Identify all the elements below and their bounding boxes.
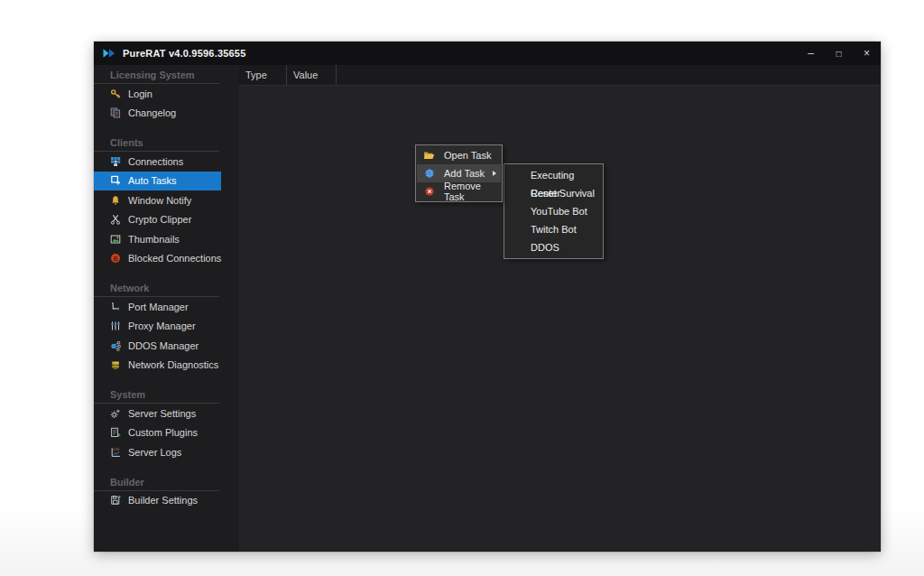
connections-grid-icon	[109, 156, 121, 167]
sidebar-item-label: Auto Tasks	[128, 175, 177, 186]
sidebar-item-proxy-manager[interactable]: Proxy Manager	[94, 317, 224, 337]
app-logo-icon	[102, 48, 116, 59]
sidebar-item-label: Port Manager	[128, 302, 189, 312]
window-controls: – □ ×	[797, 42, 881, 65]
scissors-icon	[109, 214, 121, 225]
thumbnails-icon	[109, 234, 121, 245]
column-header-type[interactable]: Type	[239, 65, 287, 85]
sidebar-item-network-diagnostics[interactable]: Network Diagnostics	[94, 356, 224, 376]
sidebar-item-connections[interactable]: Connections	[94, 152, 224, 172]
bell-icon	[109, 195, 121, 206]
menu-item-open-task[interactable]: Open Task	[417, 146, 501, 164]
sidebar: Licensing System Login Changelog Cl	[94, 65, 239, 552]
sidebar-section-licensing: Licensing System Login Changelog	[94, 67, 239, 123]
sidebar-item-window-notify[interactable]: Window Notify	[94, 190, 224, 210]
section-label: Licensing System	[94, 67, 239, 83]
main-panel: Type Value	[239, 65, 881, 552]
sidebar-section-system: System Server Settings Custom Plugins	[94, 386, 239, 462]
window-body: Licensing System Login Changelog Cl	[94, 65, 881, 552]
sidebar-item-builder-settings[interactable]: Builder Settings	[94, 491, 224, 511]
sidebar-item-label: Blocked Connections	[128, 253, 221, 264]
submenu-item-ddos[interactable]: DDOS	[504, 238, 603, 256]
close-button[interactable]: ×	[853, 42, 881, 65]
sidebar-item-server-settings[interactable]: Server Settings	[94, 404, 224, 423]
sidebar-item-label: Proxy Manager	[128, 321, 196, 331]
column-header-value[interactable]: Value	[287, 65, 337, 85]
maximize-button[interactable]: □	[825, 42, 853, 65]
ddos-node-icon	[109, 340, 121, 351]
sidebar-section-builder: Builder Builder Settings	[94, 474, 239, 511]
menu-item-label: Add Task	[444, 168, 485, 179]
sidebar-section-network: Network Port Manager Proxy Manager	[94, 280, 239, 375]
auto-tasks-icon	[109, 175, 121, 186]
server-stack-icon	[109, 359, 121, 370]
proxy-icon	[109, 321, 121, 331]
changelog-icon	[109, 107, 121, 118]
sidebar-item-label: Network Diagnostics	[128, 359, 218, 370]
sidebar-section-clients: Clients Connections Auto Tasks	[94, 135, 239, 268]
titlebar: PureRAT v4.0.9596.35655 – □ ×	[94, 42, 881, 65]
submenu-item-executing-center[interactable]: Executing Center	[504, 166, 603, 184]
logs-icon-label: LOG	[113, 448, 119, 451]
gears-icon	[109, 408, 121, 419]
table-header: Type Value	[239, 65, 881, 86]
sidebar-item-server-logs[interactable]: LOG Server Logs	[94, 442, 224, 462]
save-disk-icon	[109, 495, 121, 506]
sidebar-item-changelog[interactable]: Changelog	[94, 104, 224, 124]
submenu-item-reset-survival[interactable]: Reset Survival	[504, 184, 603, 202]
task-list-area[interactable]	[239, 86, 881, 552]
sidebar-item-label: Changelog	[128, 107, 176, 118]
blocked-icon: B	[109, 253, 121, 264]
context-menu: Open Task Add Task Remove Task	[415, 144, 503, 202]
sidebar-item-label: Builder Settings	[128, 495, 198, 506]
sidebar-item-label: Login	[128, 88, 152, 99]
sidebar-item-label: Crypto Clipper	[128, 214, 191, 225]
menu-item-remove-task[interactable]: Remove Task	[417, 182, 501, 200]
sidebar-item-blocked-connections[interactable]: B Blocked Connections	[94, 249, 224, 269]
submenu-item-twitch-bot[interactable]: Twitch Bot	[504, 220, 603, 238]
remove-circle-icon	[423, 186, 435, 197]
sidebar-item-label: Custom Plugins	[128, 427, 198, 438]
submenu-arrow-icon	[493, 171, 496, 176]
minimize-button[interactable]: –	[797, 42, 825, 65]
port-icon	[109, 302, 121, 312]
section-label: Clients	[94, 135, 239, 151]
section-label: Network	[94, 280, 239, 296]
sidebar-item-label: Server Settings	[128, 408, 196, 419]
add-task-submenu: Executing Center Reset Survival YouTube …	[504, 163, 604, 259]
sidebar-item-label: Connections	[128, 156, 183, 167]
sidebar-item-label: Thumbnails	[128, 234, 180, 245]
sidebar-item-label: Server Logs	[128, 447, 181, 458]
section-label: System	[94, 386, 239, 403]
sidebar-item-ddos-manager[interactable]: DDOS Manager	[94, 336, 224, 356]
sidebar-item-auto-tasks[interactable]: Auto Tasks	[94, 172, 221, 191]
blocked-icon-letter: B	[113, 255, 117, 262]
sidebar-item-custom-plugins[interactable]: Custom Plugins	[94, 423, 224, 443]
open-folder-icon	[423, 150, 435, 161]
sidebar-item-port-manager[interactable]: Port Manager	[94, 297, 224, 317]
menu-item-label: Open Task	[444, 150, 491, 161]
globe-icon	[423, 168, 435, 179]
sidebar-item-label: Window Notify	[128, 195, 191, 206]
app-window: PureRAT v4.0.9596.35655 – □ × Licensing …	[94, 42, 881, 552]
menu-item-add-task[interactable]: Add Task	[417, 164, 501, 182]
sidebar-item-crypto-clipper[interactable]: Crypto Clipper	[94, 210, 224, 230]
key-icon	[109, 88, 121, 99]
window-title: PureRAT v4.0.9596.35655	[123, 48, 245, 59]
sidebar-item-label: DDOS Manager	[128, 340, 199, 351]
menu-item-label: Remove Task	[444, 181, 501, 202]
plugin-doc-icon	[109, 427, 121, 438]
sidebar-item-thumbnails[interactable]: Thumbnails	[94, 229, 224, 249]
submenu-item-youtube-bot[interactable]: YouTube Bot	[504, 202, 603, 220]
logs-icon: LOG	[109, 447, 121, 458]
section-label: Builder	[94, 474, 239, 490]
sidebar-item-login[interactable]: Login	[94, 84, 224, 104]
